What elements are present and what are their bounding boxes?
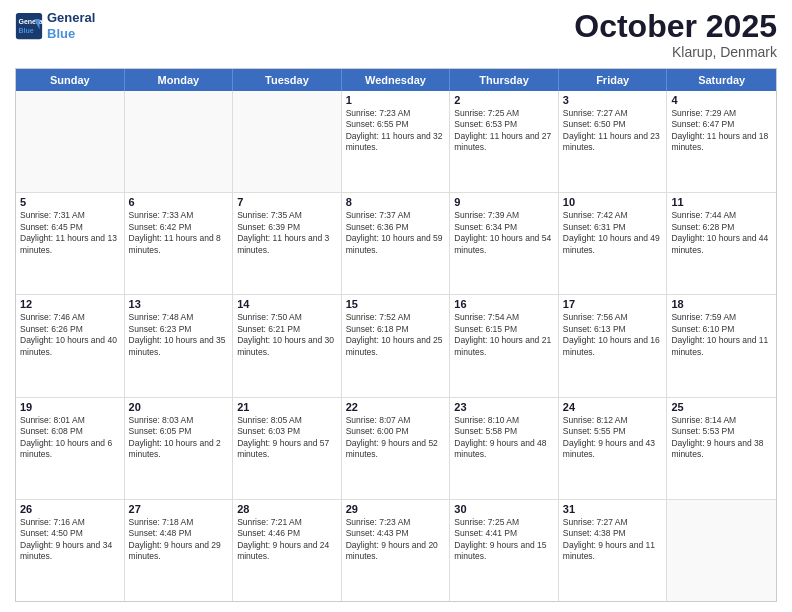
cell-details: Sunrise: 7:25 AM Sunset: 4:41 PM Dayligh… bbox=[454, 517, 554, 563]
calendar-cell-3-4: 15Sunrise: 7:52 AM Sunset: 6:18 PM Dayli… bbox=[342, 295, 451, 396]
location: Klarup, Denmark bbox=[574, 44, 777, 60]
cell-details: Sunrise: 7:23 AM Sunset: 6:55 PM Dayligh… bbox=[346, 108, 446, 154]
cell-details: Sunrise: 8:14 AM Sunset: 5:53 PM Dayligh… bbox=[671, 415, 772, 461]
cell-details: Sunrise: 7:37 AM Sunset: 6:36 PM Dayligh… bbox=[346, 210, 446, 256]
cell-details: Sunrise: 7:33 AM Sunset: 6:42 PM Dayligh… bbox=[129, 210, 229, 256]
day-number: 24 bbox=[563, 401, 663, 413]
day-number: 18 bbox=[671, 298, 772, 310]
cell-details: Sunrise: 7:35 AM Sunset: 6:39 PM Dayligh… bbox=[237, 210, 337, 256]
cell-details: Sunrise: 8:03 AM Sunset: 6:05 PM Dayligh… bbox=[129, 415, 229, 461]
cell-details: Sunrise: 7:59 AM Sunset: 6:10 PM Dayligh… bbox=[671, 312, 772, 358]
calendar-cell-4-7: 25Sunrise: 8:14 AM Sunset: 5:53 PM Dayli… bbox=[667, 398, 776, 499]
cell-details: Sunrise: 7:50 AM Sunset: 6:21 PM Dayligh… bbox=[237, 312, 337, 358]
calendar-cell-3-7: 18Sunrise: 7:59 AM Sunset: 6:10 PM Dayli… bbox=[667, 295, 776, 396]
cell-details: Sunrise: 8:12 AM Sunset: 5:55 PM Dayligh… bbox=[563, 415, 663, 461]
cell-details: Sunrise: 7:54 AM Sunset: 6:15 PM Dayligh… bbox=[454, 312, 554, 358]
day-number: 4 bbox=[671, 94, 772, 106]
calendar-header: Sunday Monday Tuesday Wednesday Thursday… bbox=[16, 69, 776, 91]
calendar-cell-1-5: 2Sunrise: 7:25 AM Sunset: 6:53 PM Daylig… bbox=[450, 91, 559, 192]
cell-details: Sunrise: 7:39 AM Sunset: 6:34 PM Dayligh… bbox=[454, 210, 554, 256]
calendar-cell-5-4: 29Sunrise: 7:23 AM Sunset: 4:43 PM Dayli… bbox=[342, 500, 451, 601]
cell-details: Sunrise: 7:18 AM Sunset: 4:48 PM Dayligh… bbox=[129, 517, 229, 563]
day-number: 27 bbox=[129, 503, 229, 515]
header-sunday: Sunday bbox=[16, 69, 125, 91]
month-title: October 2025 bbox=[574, 10, 777, 42]
calendar-cell-2-3: 7Sunrise: 7:35 AM Sunset: 6:39 PM Daylig… bbox=[233, 193, 342, 294]
day-number: 17 bbox=[563, 298, 663, 310]
day-number: 6 bbox=[129, 196, 229, 208]
cell-details: Sunrise: 7:29 AM Sunset: 6:47 PM Dayligh… bbox=[671, 108, 772, 154]
calendar-cell-5-6: 31Sunrise: 7:27 AM Sunset: 4:38 PM Dayli… bbox=[559, 500, 668, 601]
cell-details: Sunrise: 7:44 AM Sunset: 6:28 PM Dayligh… bbox=[671, 210, 772, 256]
day-number: 28 bbox=[237, 503, 337, 515]
day-number: 15 bbox=[346, 298, 446, 310]
cell-details: Sunrise: 8:07 AM Sunset: 6:00 PM Dayligh… bbox=[346, 415, 446, 461]
calendar-cell-3-6: 17Sunrise: 7:56 AM Sunset: 6:13 PM Dayli… bbox=[559, 295, 668, 396]
cell-details: Sunrise: 8:10 AM Sunset: 5:58 PM Dayligh… bbox=[454, 415, 554, 461]
calendar: Sunday Monday Tuesday Wednesday Thursday… bbox=[15, 68, 777, 602]
header-tuesday: Tuesday bbox=[233, 69, 342, 91]
header-monday: Monday bbox=[125, 69, 234, 91]
cell-details: Sunrise: 8:05 AM Sunset: 6:03 PM Dayligh… bbox=[237, 415, 337, 461]
title-area: October 2025 Klarup, Denmark bbox=[574, 10, 777, 60]
logo-icon: General Blue bbox=[15, 12, 43, 40]
cell-details: Sunrise: 7:46 AM Sunset: 6:26 PM Dayligh… bbox=[20, 312, 120, 358]
calendar-page: General Blue General Blue October 2025 K… bbox=[0, 0, 792, 612]
calendar-cell-1-4: 1Sunrise: 7:23 AM Sunset: 6:55 PM Daylig… bbox=[342, 91, 451, 192]
day-number: 13 bbox=[129, 298, 229, 310]
calendar-cell-5-7 bbox=[667, 500, 776, 601]
calendar-cell-3-5: 16Sunrise: 7:54 AM Sunset: 6:15 PM Dayli… bbox=[450, 295, 559, 396]
calendar-cell-1-6: 3Sunrise: 7:27 AM Sunset: 6:50 PM Daylig… bbox=[559, 91, 668, 192]
cell-details: Sunrise: 7:23 AM Sunset: 4:43 PM Dayligh… bbox=[346, 517, 446, 563]
header-wednesday: Wednesday bbox=[342, 69, 451, 91]
cell-details: Sunrise: 7:27 AM Sunset: 4:38 PM Dayligh… bbox=[563, 517, 663, 563]
day-number: 21 bbox=[237, 401, 337, 413]
day-number: 14 bbox=[237, 298, 337, 310]
calendar-cell-4-2: 20Sunrise: 8:03 AM Sunset: 6:05 PM Dayli… bbox=[125, 398, 234, 499]
day-number: 9 bbox=[454, 196, 554, 208]
day-number: 7 bbox=[237, 196, 337, 208]
cell-details: Sunrise: 7:27 AM Sunset: 6:50 PM Dayligh… bbox=[563, 108, 663, 154]
day-number: 19 bbox=[20, 401, 120, 413]
day-number: 20 bbox=[129, 401, 229, 413]
day-number: 31 bbox=[563, 503, 663, 515]
svg-text:Blue: Blue bbox=[19, 27, 34, 34]
calendar-cell-2-2: 6Sunrise: 7:33 AM Sunset: 6:42 PM Daylig… bbox=[125, 193, 234, 294]
calendar-cell-1-7: 4Sunrise: 7:29 AM Sunset: 6:47 PM Daylig… bbox=[667, 91, 776, 192]
header-thursday: Thursday bbox=[450, 69, 559, 91]
cell-details: Sunrise: 7:42 AM Sunset: 6:31 PM Dayligh… bbox=[563, 210, 663, 256]
day-number: 11 bbox=[671, 196, 772, 208]
day-number: 12 bbox=[20, 298, 120, 310]
calendar-cell-1-3 bbox=[233, 91, 342, 192]
calendar-row-2: 5Sunrise: 7:31 AM Sunset: 6:45 PM Daylig… bbox=[16, 193, 776, 295]
calendar-row-1: 1Sunrise: 7:23 AM Sunset: 6:55 PM Daylig… bbox=[16, 91, 776, 193]
header-friday: Friday bbox=[559, 69, 668, 91]
day-number: 16 bbox=[454, 298, 554, 310]
day-number: 26 bbox=[20, 503, 120, 515]
day-number: 29 bbox=[346, 503, 446, 515]
calendar-cell-2-1: 5Sunrise: 7:31 AM Sunset: 6:45 PM Daylig… bbox=[16, 193, 125, 294]
calendar-cell-4-4: 22Sunrise: 8:07 AM Sunset: 6:00 PM Dayli… bbox=[342, 398, 451, 499]
cell-details: Sunrise: 7:31 AM Sunset: 6:45 PM Dayligh… bbox=[20, 210, 120, 256]
cell-details: Sunrise: 7:56 AM Sunset: 6:13 PM Dayligh… bbox=[563, 312, 663, 358]
header: General Blue General Blue October 2025 K… bbox=[15, 10, 777, 60]
calendar-cell-2-6: 10Sunrise: 7:42 AM Sunset: 6:31 PM Dayli… bbox=[559, 193, 668, 294]
calendar-cell-5-5: 30Sunrise: 7:25 AM Sunset: 4:41 PM Dayli… bbox=[450, 500, 559, 601]
cell-details: Sunrise: 7:16 AM Sunset: 4:50 PM Dayligh… bbox=[20, 517, 120, 563]
calendar-cell-3-3: 14Sunrise: 7:50 AM Sunset: 6:21 PM Dayli… bbox=[233, 295, 342, 396]
calendar-cell-4-1: 19Sunrise: 8:01 AM Sunset: 6:08 PM Dayli… bbox=[16, 398, 125, 499]
calendar-cell-4-3: 21Sunrise: 8:05 AM Sunset: 6:03 PM Dayli… bbox=[233, 398, 342, 499]
calendar-cell-5-3: 28Sunrise: 7:21 AM Sunset: 4:46 PM Dayli… bbox=[233, 500, 342, 601]
day-number: 8 bbox=[346, 196, 446, 208]
calendar-cell-1-1 bbox=[16, 91, 125, 192]
calendar-cell-2-7: 11Sunrise: 7:44 AM Sunset: 6:28 PM Dayli… bbox=[667, 193, 776, 294]
calendar-cell-3-2: 13Sunrise: 7:48 AM Sunset: 6:23 PM Dayli… bbox=[125, 295, 234, 396]
day-number: 5 bbox=[20, 196, 120, 208]
calendar-row-3: 12Sunrise: 7:46 AM Sunset: 6:26 PM Dayli… bbox=[16, 295, 776, 397]
calendar-cell-5-2: 27Sunrise: 7:18 AM Sunset: 4:48 PM Dayli… bbox=[125, 500, 234, 601]
calendar-cell-1-2 bbox=[125, 91, 234, 192]
day-number: 22 bbox=[346, 401, 446, 413]
calendar-row-4: 19Sunrise: 8:01 AM Sunset: 6:08 PM Dayli… bbox=[16, 398, 776, 500]
cell-details: Sunrise: 7:48 AM Sunset: 6:23 PM Dayligh… bbox=[129, 312, 229, 358]
logo-general: General bbox=[47, 10, 95, 26]
